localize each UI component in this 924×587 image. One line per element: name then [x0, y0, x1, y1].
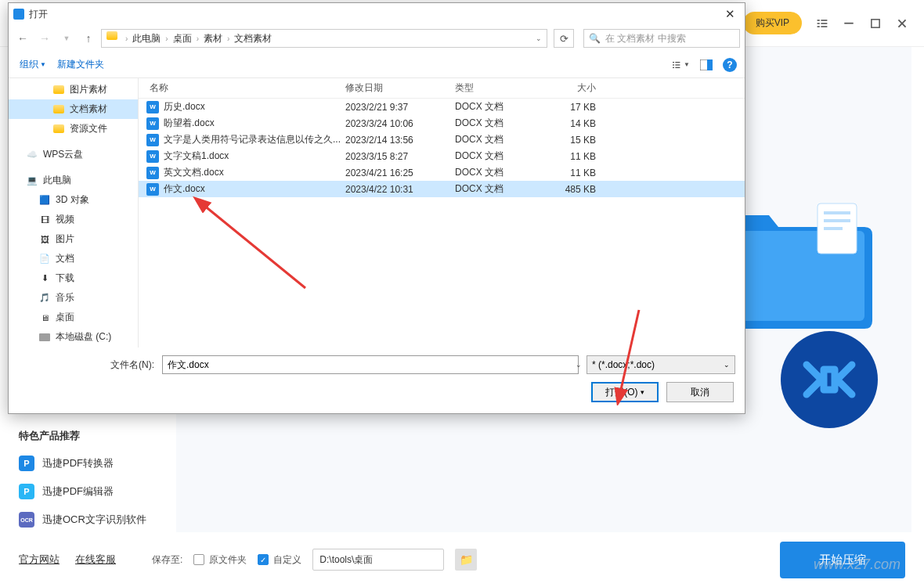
folder-tree[interactable]: 图片素材文档素材资源文件☁️WPS云盘💻此电脑🟦3D 对象🎞视频🖼图片📄文档⬇下…: [9, 78, 139, 348]
product-ocr[interactable]: OCR 迅捷OCR文字识别软件: [0, 506, 176, 534]
start-compress-button[interactable]: 开始压缩: [780, 542, 905, 578]
open-button[interactable]: 打开(O) ▾: [591, 382, 659, 402]
dialog-titlebar[interactable]: 打开 ✕: [9, 3, 745, 25]
docx-icon: W: [146, 183, 159, 196]
vip-button[interactable]: 购买VIP: [743, 12, 802, 34]
organize-menu[interactable]: 组织 ▼: [16, 58, 49, 71]
tree-item[interactable]: 💻此电脑: [9, 171, 138, 190]
chevron-right-icon: ›: [124, 34, 129, 43]
tree-label: 文档素材: [70, 103, 107, 116]
forward-button[interactable]: →: [35, 29, 54, 48]
preview-pane-button[interactable]: [698, 56, 715, 74]
dialog-title-icon: [13, 9, 24, 20]
docx-icon: W: [146, 167, 159, 179]
minimize-icon[interactable]: [843, 17, 855, 30]
desktop-icon: 🖥: [38, 312, 51, 324]
breadcrumb-segment[interactable]: 素材: [200, 30, 226, 47]
product-pdf-convert[interactable]: P 迅捷PDF转换器: [0, 449, 176, 477]
dialog-toolbar: 组织 ▼ 新建文件夹 ▼ ?: [9, 52, 745, 78]
column-name[interactable]: 名称: [139, 81, 345, 95]
tree-item[interactable]: 本地磁盘 (C:): [9, 327, 138, 347]
product-label: 迅捷OCR文字识别软件: [42, 513, 146, 527]
download-icon: ⬇: [38, 272, 51, 285]
tree-item[interactable]: 🖼图片: [9, 229, 138, 249]
docx-icon: W: [146, 134, 159, 146]
file-date: 2023/2/21 9:37: [345, 102, 455, 113]
breadcrumb-segment[interactable]: 桌面: [170, 30, 195, 47]
tree-item[interactable]: 🟦3D 对象: [9, 190, 138, 210]
file-type: DOCX 文档: [455, 166, 541, 179]
tree-item[interactable]: 🎵音乐: [9, 288, 138, 308]
up-button[interactable]: ↑: [79, 29, 98, 48]
path-input[interactable]: [312, 549, 444, 571]
menu-icon[interactable]: [816, 17, 828, 30]
tree-item[interactable]: 图片素材: [9, 80, 138, 99]
dialog-title-text: 打开: [29, 8, 48, 21]
sidebar-title: 特色产品推荐: [0, 423, 176, 449]
docx-icon: W: [146, 150, 159, 163]
checkbox-label-text: 原文件夹: [209, 553, 247, 567]
svg-rect-7: [872, 19, 879, 27]
file-row[interactable]: W历史.docx2023/2/21 9:37DOCX 文档17 KB: [139, 99, 745, 115]
file-type: DOCX 文档: [455, 149, 541, 163]
tree-item[interactable]: 文档素材: [9, 99, 138, 119]
filename-input[interactable]: [162, 355, 579, 374]
file-size: 15 KB: [541, 135, 607, 146]
doc-icon: 📄: [38, 253, 51, 265]
recent-dropdown[interactable]: ▼: [57, 29, 76, 48]
custom-folder-checkbox[interactable]: 自定义: [258, 553, 301, 567]
breadcrumb-segment[interactable]: 此电脑: [129, 30, 164, 47]
breadcrumb-dropdown[interactable]: ⌄: [531, 34, 547, 42]
file-row[interactable]: W文字文稿1.docx2023/3/15 8:27DOCX 文档11 KB: [139, 148, 745, 164]
svg-rect-21: [707, 59, 713, 70]
chevron-right-icon: ›: [226, 34, 231, 43]
official-site-link[interactable]: 官方网站: [19, 553, 60, 567]
tree-item[interactable]: ☁️WPS云盘: [9, 145, 138, 164]
svg-point-13: [781, 331, 878, 428]
back-button[interactable]: ←: [13, 29, 32, 48]
file-row[interactable]: W盼望着.docx2023/3/24 10:06DOCX 文档14 KB: [139, 115, 745, 131]
column-type[interactable]: 类型: [455, 81, 541, 95]
tree-item[interactable]: 📄文档: [9, 249, 138, 268]
svg-rect-18: [673, 67, 674, 67]
file-row[interactable]: W作文.docx2023/4/22 10:31DOCX 文档485 KB: [139, 181, 745, 197]
original-folder-checkbox[interactable]: 原文件夹: [193, 553, 247, 567]
dialog-content: 图片素材文档素材资源文件☁️WPS云盘💻此电脑🟦3D 对象🎞视频🖼图片📄文档⬇下…: [9, 78, 745, 348]
folder-icon: [52, 123, 65, 135]
tree-item[interactable]: ⬇下载: [9, 268, 138, 288]
breadcrumb-bar[interactable]: › 此电脑 › 桌面 › 素材 › 文档素材 ⌄: [101, 29, 547, 48]
dialog-close-button[interactable]: ✕: [718, 5, 742, 23]
tree-item[interactable]: 🎞视频: [9, 210, 138, 229]
help-button[interactable]: ?: [723, 58, 737, 72]
new-folder-button[interactable]: 新建文件夹: [54, 58, 107, 71]
tree-item[interactable]: 资源文件: [9, 119, 138, 139]
view-options-button[interactable]: ▼: [673, 56, 690, 74]
maximize-icon[interactable]: [869, 17, 882, 30]
file-row[interactable]: W文字是人类用符号记录表达信息以传之久...2023/2/14 13:56DOC…: [139, 131, 745, 148]
svg-rect-19: [675, 67, 680, 67]
product-pdf-edit[interactable]: P 迅捷PDF编辑器: [0, 477, 176, 506]
file-list-header[interactable]: 名称 修改日期 类型 大小: [139, 78, 745, 99]
cancel-button[interactable]: 取消: [666, 382, 734, 402]
file-type: DOCX 文档: [455, 133, 541, 146]
dialog-title: 打开: [13, 8, 48, 21]
tree-item[interactable]: 🖥桌面: [9, 308, 138, 327]
file-type: DOCX 文档: [455, 117, 541, 130]
close-app-icon[interactable]: [896, 17, 908, 30]
filetype-select[interactable]: * (*.docx;*.doc) ⌄: [587, 355, 735, 374]
refresh-button[interactable]: ⟳: [554, 29, 574, 48]
column-size[interactable]: 大小: [541, 81, 607, 95]
file-name: 盼望着.docx: [164, 117, 215, 130]
tree-label: 文档: [56, 252, 74, 265]
pc-icon: 💻: [26, 175, 38, 187]
search-input[interactable]: 🔍 在 文档素材 中搜索: [583, 29, 740, 48]
chevron-right-icon: ›: [195, 34, 200, 43]
column-date[interactable]: 修改日期: [345, 81, 455, 95]
file-row[interactable]: W英文文档.docx2023/4/21 16:25DOCX 文档11 KB: [139, 164, 745, 181]
pdf-icon: P: [19, 456, 34, 471]
search-icon: 🔍: [589, 33, 601, 44]
breadcrumb-segment[interactable]: 文档素材: [231, 30, 275, 47]
dialog-nav: ← → ▼ ↑ › 此电脑 › 桌面 › 素材 › 文档素材 ⌄ ⟳ 🔍 在 文…: [9, 25, 745, 52]
browse-folder-button[interactable]: 📁: [455, 549, 477, 571]
support-link[interactable]: 在线客服: [75, 553, 116, 567]
